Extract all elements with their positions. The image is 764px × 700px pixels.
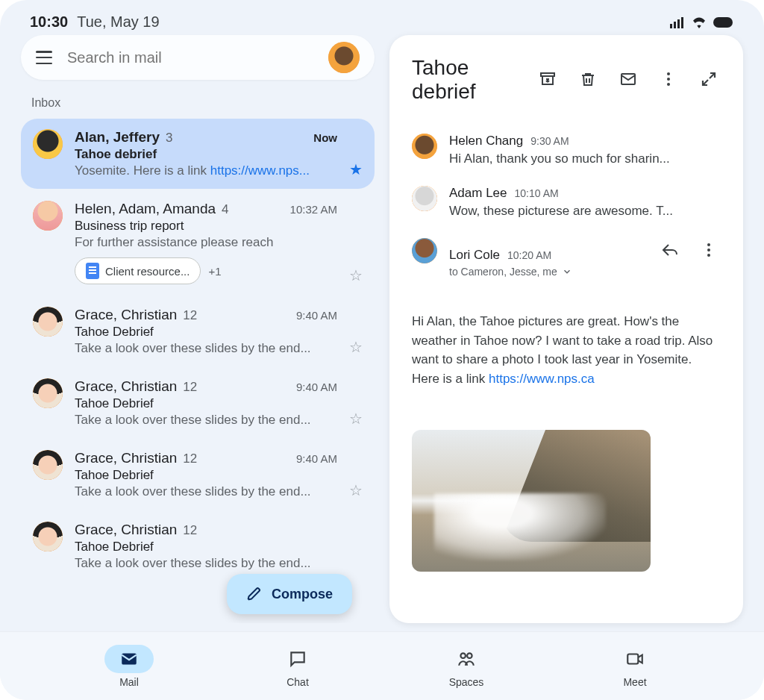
status-indicators	[670, 16, 734, 28]
message-sender: Helen Chang	[449, 134, 523, 149]
thread-item[interactable]: Grace, Christian 12 9:40 AM Tahoe Debrie…	[21, 440, 375, 510]
doc-icon	[86, 263, 99, 279]
cellular-icon	[670, 16, 685, 28]
thread-snippet: Take a look over these slides by the end…	[75, 556, 351, 571]
archive-button[interactable]	[536, 67, 560, 93]
attachment-more[interactable]: +1	[208, 265, 221, 278]
message-collapsed[interactable]: Helen Chang 9:30 AM Hi Alan, thank you s…	[412, 134, 721, 166]
thread-item[interactable]: Helen, Adam, Amanda 4 10:32 AM Business …	[21, 190, 375, 295]
message-snippet: Wow, these picturese are awesome. T...	[449, 204, 721, 219]
thread-snippet: Yosemite. Here is a link https://www.nps…	[75, 163, 337, 178]
wifi-icon	[691, 16, 707, 28]
message-expanded: Lori Cole 10:20 AM to Cameron, Jesse, me	[412, 238, 721, 278]
nav-chat[interactable]: Chat	[273, 645, 322, 688]
thread-time: 9:40 AM	[296, 452, 337, 465]
battery-icon	[713, 17, 734, 28]
search-bar[interactable]	[21, 35, 375, 80]
body-link[interactable]: https://www.nps.ca	[489, 372, 595, 386]
reply-button[interactable]	[658, 238, 682, 264]
thread-count: 12	[183, 451, 197, 466]
status-time: 10:30	[30, 13, 68, 31]
sender-avatar	[412, 186, 437, 211]
mail-list-pane: Inbox Alan, Jeffery 3 Now Tahoe debrief …	[21, 35, 375, 623]
thread-item[interactable]: Grace, Christian 12 Tahoe Debrief Take a…	[21, 511, 375, 581]
thread-count: 12	[183, 380, 197, 395]
thread-list: Alan, Jeffery 3 Now Tahoe debrief Yosemi…	[21, 119, 375, 623]
section-label: Inbox	[31, 96, 375, 110]
chevron-down-icon	[562, 266, 572, 277]
thread-time: 9:40 AM	[296, 381, 337, 393]
message-snippet: Hi Alan, thank you so much for sharin...	[449, 151, 721, 166]
thread-subject: Tahoe debrief	[75, 147, 337, 162]
thread-count: 12	[183, 523, 197, 538]
svg-point-7	[667, 72, 670, 75]
mark-unread-button[interactable]	[616, 67, 640, 93]
thread-subject: Tahoe Debrief	[75, 325, 337, 340]
svg-rect-3	[681, 17, 683, 28]
chat-icon	[288, 649, 307, 669]
svg-rect-4	[713, 17, 733, 28]
thread-senders: Grace, Christian	[75, 522, 177, 538]
more-button[interactable]	[657, 67, 680, 93]
thread-subject: Business trip report	[75, 219, 337, 234]
thread-senders: Grace, Christian	[75, 450, 177, 466]
star-icon[interactable]: ★	[349, 160, 363, 178]
nav-meet[interactable]: Meet	[610, 645, 660, 688]
message-more-button[interactable]	[697, 238, 721, 264]
thread-item[interactable]: Alan, Jeffery 3 Now Tahoe debrief Yosemi…	[21, 119, 375, 189]
svg-point-9	[667, 83, 670, 86]
svg-point-15	[467, 653, 472, 658]
svg-rect-0	[670, 24, 672, 28]
nav-spaces[interactable]: Spaces	[442, 645, 491, 688]
thread-item[interactable]: Grace, Christian 12 9:40 AM Tahoe Debrie…	[21, 368, 375, 438]
thread-snippet: Take a look over these slides by the end…	[75, 484, 337, 499]
thread-senders: Grace, Christian	[75, 378, 177, 395]
thread-count: 12	[183, 308, 197, 323]
svg-rect-1	[674, 22, 676, 28]
thread-snippet: For further assistance please reach	[75, 235, 337, 250]
thread-count: 3	[166, 131, 172, 146]
conversation-pane: Tahoe debrief Helen Chang	[389, 35, 743, 623]
thread-subject: Tahoe Debrief	[75, 540, 351, 554]
sender-avatar	[33, 378, 63, 408]
nav-mail[interactable]: Mail	[104, 645, 154, 688]
pencil-icon	[246, 586, 263, 602]
message-collapsed[interactable]: Adam Lee 10:10 AM Wow, these picturese a…	[412, 186, 721, 219]
svg-point-10	[707, 243, 710, 246]
svg-point-12	[707, 254, 710, 257]
recipients-button[interactable]: to Cameron, Jesse, me	[449, 266, 721, 278]
conversation-title: Tahoe debrief	[412, 56, 528, 104]
attachment-chip[interactable]: Client resource...	[75, 257, 201, 284]
svg-rect-5	[541, 73, 554, 76]
thread-subject: Tahoe Debrief	[75, 468, 337, 483]
snippet-link[interactable]: https://www.nps...	[210, 163, 310, 178]
meet-icon	[625, 649, 645, 669]
svg-point-14	[460, 653, 466, 658]
search-input[interactable]	[66, 49, 315, 67]
thread-item[interactable]: Grace, Christian 12 9:40 AM Tahoe Debrie…	[21, 296, 375, 366]
star-icon[interactable]: ☆	[349, 266, 363, 284]
spaces-icon	[457, 649, 476, 669]
compose-button[interactable]: Compose	[227, 574, 352, 614]
star-icon[interactable]: ☆	[349, 481, 363, 499]
star-icon[interactable]: ☆	[349, 338, 363, 356]
message-body: Hi Alan, the Tahoe pictures are great. H…	[412, 312, 721, 388]
thread-time: 9:40 AM	[296, 309, 337, 322]
thread-time: Now	[313, 131, 337, 144]
account-avatar[interactable]	[328, 42, 360, 73]
sender-avatar	[412, 238, 437, 263]
sender-avatar	[33, 129, 63, 159]
expand-button[interactable]	[697, 67, 721, 93]
status-date: Tue, May 19	[77, 13, 159, 31]
menu-icon[interactable]	[36, 51, 52, 64]
sender-avatar	[33, 307, 63, 337]
app-root: 10:30 Tue, May 19 Inbox	[0, 0, 764, 700]
thread-subject: Tahoe Debrief	[75, 396, 337, 411]
thread-snippet: Take a look over these slides by the end…	[75, 341, 337, 356]
thread-count: 4	[222, 202, 228, 217]
attachment-image[interactable]	[412, 430, 651, 572]
thread-snippet: Take a look over these slides by the end…	[75, 413, 337, 428]
star-icon[interactable]: ☆	[349, 410, 363, 428]
thread-time: 10:32 AM	[290, 203, 337, 216]
delete-button[interactable]	[576, 67, 600, 93]
